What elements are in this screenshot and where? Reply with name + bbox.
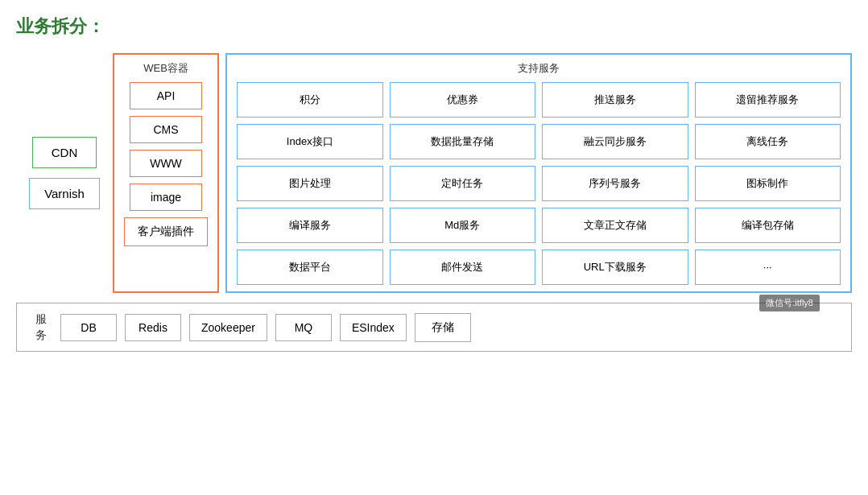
support-item: 遗留推荐服务 (695, 82, 841, 118)
left-column: CDN Varnish (16, 53, 113, 293)
web-container-section: WEB容器 APICMSWWWimage客户端插件 (113, 53, 219, 293)
support-item: 编译服务 (237, 208, 383, 243)
top-section: CDN Varnish WEB容器 APICMSWWWimage客户端插件 支持… (16, 53, 852, 293)
support-item: 数据平台 (237, 250, 383, 285)
diagram-area: CDN Varnish WEB容器 APICMSWWWimage客户端插件 支持… (16, 53, 852, 352)
web-item: CMS (130, 116, 202, 143)
web-item: 客户端插件 (124, 217, 208, 246)
web-items-list: APICMSWWWimage客户端插件 (124, 82, 208, 246)
support-item: Index接口 (237, 124, 383, 159)
support-item: 优惠券 (390, 82, 536, 118)
support-item: 推送服务 (542, 82, 688, 118)
bottom-service-item: Redis (125, 314, 181, 341)
support-item: URL下载服务 (542, 250, 688, 285)
support-item: 定时任务 (390, 166, 536, 201)
main-container: 业务拆分： CDN Varnish WEB容器 APICMSWWWimage客户… (0, 0, 868, 360)
support-item: 图片处理 (237, 166, 383, 201)
support-item: 图标制作 (695, 166, 841, 201)
support-item: 离线任务 (695, 124, 841, 159)
web-container-title: WEB容器 (143, 61, 188, 76)
support-item: 积分 (237, 82, 383, 118)
varnish-box: Varnish (29, 178, 100, 209)
bottom-service-item: 存储 (415, 313, 471, 342)
support-section: 支持服务 积分优惠券推送服务遗留推荐服务Index接口数据批量存储融云同步服务离… (225, 53, 852, 293)
bottom-service-item: MQ (275, 314, 332, 341)
support-item: Md服务 (390, 208, 536, 243)
web-item: WWW (130, 150, 202, 177)
web-item: image (130, 184, 202, 211)
page-title: 业务拆分： (16, 14, 852, 39)
support-item: 文章正文存储 (542, 208, 688, 243)
support-item: 序列号服务 (542, 166, 688, 201)
bottom-service-item: ESIndex (340, 314, 407, 341)
bottom-label: 服务 (30, 311, 52, 343)
support-item: 融云同步服务 (542, 124, 688, 159)
support-item: 编译包存储 (695, 208, 841, 243)
bottom-service-item: DB (60, 314, 117, 341)
bottom-service-item: Zookeeper (189, 314, 267, 341)
support-grid: 积分优惠券推送服务遗留推荐服务Index接口数据批量存储融云同步服务离线任务图片… (237, 82, 841, 285)
support-item: ··· (695, 250, 841, 285)
watermark: 微信号:itfly8 (759, 295, 820, 311)
web-item: API (130, 82, 202, 109)
support-title: 支持服务 (237, 61, 841, 76)
bottom-section: 服务 DBRedisZookeeperMQESIndex存储 (16, 303, 852, 352)
support-item: 邮件发送 (390, 250, 536, 285)
cdn-box: CDN (32, 137, 97, 168)
support-item: 数据批量存储 (390, 124, 536, 159)
